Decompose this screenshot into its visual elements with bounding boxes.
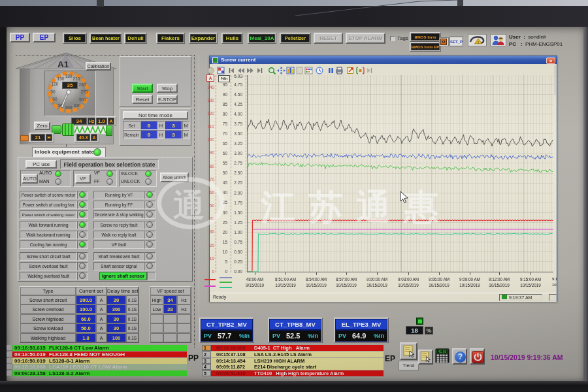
svg-text:41.66: 41.66 (438, 350, 447, 353)
svg-text:!: ! (478, 41, 479, 44)
